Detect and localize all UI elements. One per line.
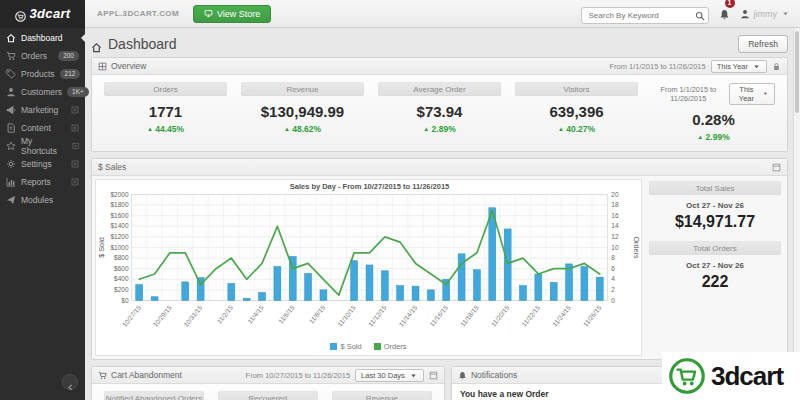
svg-text:$1200: $1200 xyxy=(110,233,128,240)
svg-text:Sales by Day - From 10/27/2015: Sales by Day - From 10/27/2015 to 11/26/… xyxy=(290,182,450,191)
sidebar-item-my-shortcuts[interactable]: My Shortcuts xyxy=(0,138,85,154)
stat-value: 639,396 xyxy=(515,103,638,120)
cart-abandonment-title: Cart Abandonment xyxy=(111,370,182,380)
svg-text:18: 18 xyxy=(611,201,619,208)
expand-plus-icon[interactable] xyxy=(71,160,79,168)
svg-text:11/6/15: 11/6/15 xyxy=(277,303,296,324)
sidebar-item-label: Settings xyxy=(21,159,52,169)
chevron-down-icon xyxy=(762,89,769,98)
lock-icon[interactable] xyxy=(772,62,781,71)
cart-abandonment-range-select[interactable]: Last 30 Days xyxy=(355,369,424,382)
svg-text:$1600: $1600 xyxy=(110,212,128,219)
cart-icon xyxy=(6,51,16,61)
sidebar-item-label: Content xyxy=(21,123,51,133)
legend-item-orders: Orders xyxy=(374,342,407,351)
user-menu[interactable]: jimmy xyxy=(740,9,791,19)
svg-text:$1000: $1000 xyxy=(110,243,128,250)
stat-label: Visitors xyxy=(515,82,638,96)
stat-card-visitors: Visitors639,396▲ 40.27% xyxy=(508,82,645,142)
search-icon[interactable] xyxy=(695,7,705,17)
sidebar-item-label: Modules xyxy=(21,195,53,205)
brand-name: 3dcart xyxy=(30,6,71,21)
total-label: Total Orders xyxy=(649,241,781,255)
arrow-left-icon xyxy=(66,378,75,387)
stat-value: $130,949.99 xyxy=(241,103,364,120)
overview-title: Overview xyxy=(111,61,146,71)
sidebar-item-marketing[interactable]: Marketing xyxy=(0,102,85,118)
username: jimmy xyxy=(754,9,778,19)
search-input[interactable] xyxy=(581,7,709,24)
view-store-button[interactable]: View Store xyxy=(193,5,271,23)
collapse-panel-icon[interactable] xyxy=(772,163,781,172)
chevron-down-icon xyxy=(781,9,790,18)
refresh-button[interactable]: Refresh xyxy=(738,35,788,53)
tags-icon xyxy=(6,69,16,79)
up-arrow-icon: ▲ xyxy=(284,126,290,132)
sidebar-item-dashboard[interactable]: Dashboard xyxy=(0,30,85,46)
watermark-brand-text: 3dcart xyxy=(711,361,783,392)
sidebar-item-reports[interactable]: Reports xyxy=(0,174,85,190)
sidebar-item-content[interactable]: Content xyxy=(0,120,85,136)
scrollbar-thumb[interactable] xyxy=(795,31,799,113)
view-store-label: View Store xyxy=(217,9,260,19)
sidebar: DashboardOrders200Products212Customers1K… xyxy=(0,28,85,400)
dashboard-icon xyxy=(91,39,102,50)
total-period: Oct 27 - Nov 26 xyxy=(649,261,781,270)
sidebar-item-customers[interactable]: Customers1K+ xyxy=(0,84,85,100)
storefront-icon xyxy=(204,9,213,18)
up-arrow-icon: ▲ xyxy=(423,126,429,132)
expand-plus-icon[interactable] xyxy=(71,178,79,186)
overview-grid-icon xyxy=(98,62,107,71)
sales-title: $ Sales xyxy=(98,162,126,172)
main-content: Dashboard Refresh Overview From 1/1/2015… xyxy=(85,28,793,400)
total-value: 222 xyxy=(649,273,781,291)
stat-value: 1771 xyxy=(104,103,227,120)
stat-label: Orders xyxy=(104,82,227,96)
svg-text:11/10/15: 11/10/15 xyxy=(336,303,357,327)
svg-text:11/24/15: 11/24/15 xyxy=(551,303,572,327)
sidebar-item-label: Marketing xyxy=(21,105,58,115)
store-domain: APPL.3DCART.COM xyxy=(97,9,179,18)
notifications-bell-button[interactable]: 1 xyxy=(719,4,730,24)
expand-plus-icon[interactable] xyxy=(71,106,79,114)
svg-text:$1800: $1800 xyxy=(110,201,128,208)
page-title: Dashboard xyxy=(108,36,177,52)
expand-plus-icon[interactable] xyxy=(72,142,79,150)
sidebar-collapse-button[interactable] xyxy=(62,374,78,390)
legend-swatch-icon xyxy=(374,343,381,350)
sidebar-item-modules[interactable]: Modules xyxy=(0,192,85,208)
search-box xyxy=(581,4,709,24)
sidebar-item-orders[interactable]: Orders200 xyxy=(0,48,85,64)
svg-text:Orders: Orders xyxy=(632,236,640,259)
stat-card-orders: Orders1771▲ 44.45% xyxy=(97,82,234,142)
svg-text:4: 4 xyxy=(611,275,615,282)
overview-range-select[interactable]: This Year xyxy=(711,60,767,73)
stat-range-select[interactable]: This Year xyxy=(729,83,775,105)
cart-abandonment-panel: Cart Abandonment From 10/27/2015 to 11/2… xyxy=(91,366,445,400)
brand-logo[interactable]: 3dcart xyxy=(0,0,85,28)
svg-text:11/14/15: 11/14/15 xyxy=(398,303,419,327)
sidebar-item-settings[interactable]: Settings xyxy=(0,156,85,172)
topbar: 3dcart APPL.3DCART.COM View Store 1 jimm… xyxy=(0,0,800,28)
svg-text:$600: $600 xyxy=(114,265,129,272)
stat-change: ▲ 48.62% xyxy=(241,124,364,134)
up-arrow-icon: ▲ xyxy=(697,134,703,140)
cart-logo-icon xyxy=(15,8,26,19)
svg-text:10/27/15: 10/27/15 xyxy=(121,303,142,328)
megaphone-icon xyxy=(6,105,16,115)
stat-card-revenue: Revenue$130,949.99▲ 48.62% xyxy=(234,82,371,142)
collapse-panel-icon[interactable] xyxy=(429,371,438,380)
expand-plus-icon[interactable] xyxy=(71,124,79,132)
stat-change: ▲ 2.89% xyxy=(378,124,501,134)
gear-icon xyxy=(6,159,16,169)
svg-text:$ Sold: $ Sold xyxy=(98,237,106,258)
notification-count-badge: 1 xyxy=(725,0,735,8)
total-box-total-sales: Total SalesOct 27 - Nov 26$14,971.77 xyxy=(649,181,781,231)
home-icon xyxy=(6,33,16,43)
stat-card-average-order: Average Order$73.94▲ 2.89% xyxy=(371,82,508,142)
notifications-title: Notifications xyxy=(471,370,517,380)
svg-text:11/18/15: 11/18/15 xyxy=(459,303,480,327)
sidebar-item-products[interactable]: Products212 xyxy=(0,66,85,82)
chart-icon xyxy=(6,177,16,187)
svg-text:10/31/15: 10/31/15 xyxy=(182,303,203,328)
